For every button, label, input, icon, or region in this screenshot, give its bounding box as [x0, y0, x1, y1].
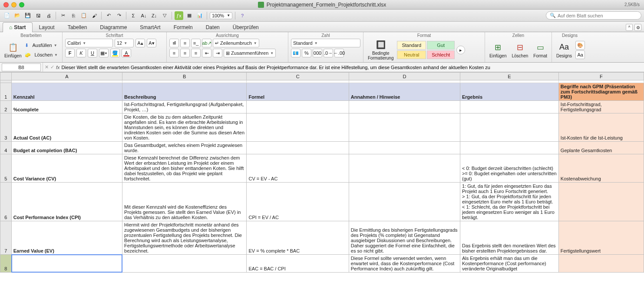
header-cell[interactable]: Formel — [247, 83, 349, 101]
header-cell[interactable]: Annahmen / Hinweise — [349, 83, 460, 101]
font-size-combo[interactable]: 12▼ — [115, 39, 134, 47]
collapse-ribbon-icon[interactable]: ^ — [626, 24, 633, 31]
increase-decimal-icon[interactable]: ←.00 — [334, 49, 344, 57]
row-header[interactable]: 2 — [0, 101, 12, 113]
row-header[interactable]: 5 — [0, 154, 12, 183]
underline-button[interactable]: U — [88, 49, 97, 57]
cell[interactable]: EV = % complete * BAC — [247, 221, 349, 255]
cell[interactable]: Hiermit wird der Projektfortschritt mone… — [122, 221, 247, 255]
sort-desc-icon[interactable]: Z↓ — [150, 11, 159, 20]
currency-icon[interactable]: 💶 — [291, 49, 301, 57]
redo-icon[interactable]: ↷ — [115, 11, 123, 20]
cell[interactable]: Geplante Gesamtkosten — [558, 142, 644, 154]
cell[interactable]: Earned Value (EV) — [11, 221, 122, 255]
row-header[interactable]: 6 — [0, 183, 12, 221]
align-top-icon[interactable]: ≡̄ — [169, 39, 179, 47]
confirm-formula-icon[interactable]: ✓ — [50, 64, 54, 70]
column-header-A[interactable]: A — [11, 73, 122, 80]
show-formulas-icon[interactable]: ▦ — [185, 11, 194, 20]
format-cells-button[interactable]: ▭Format — [532, 41, 549, 59]
tab-diagramme[interactable]: Diagramme — [93, 22, 133, 32]
cell[interactable]: CPI = EV / AC — [247, 183, 349, 221]
tab-daten[interactable]: Daten — [199, 22, 226, 32]
themes-button[interactable]: AaDesigns — [555, 41, 574, 59]
more-styles-icon[interactable]: ▸ — [456, 46, 465, 54]
increase-indent-icon[interactable]: ⇥ — [213, 49, 222, 57]
merge-cells-button[interactable]: ⊞ Zusammenführen▼ — [224, 49, 276, 57]
name-box[interactable]: B8 — [2, 63, 41, 71]
shrink-font-icon[interactable]: A▾ — [147, 39, 156, 47]
style-neutral[interactable]: Neutral — [397, 50, 426, 59]
cell[interactable]: Fertigstellungswert — [558, 221, 644, 255]
cell[interactable]: Cost Performance Index (CPI) — [11, 183, 122, 221]
cell[interactable]: %complete — [11, 101, 122, 113]
percent-icon[interactable]: % — [302, 49, 311, 57]
cell[interactable] — [558, 255, 644, 273]
spreadsheet-grid[interactable]: ABCDEF 1KennzahlBeschreibungFormelAnnahm… — [0, 72, 644, 273]
column-header-C[interactable]: C — [247, 73, 349, 80]
cell[interactable]: Ist-Kosten für die Ist-Leistung — [558, 113, 644, 142]
undo-icon[interactable]: ↶ — [104, 11, 113, 20]
save-as-icon[interactable]: 🖫 — [34, 11, 43, 20]
cell[interactable]: Budget at completion (BAC) — [11, 142, 122, 154]
grow-font-icon[interactable]: A▴ — [135, 39, 145, 47]
cell[interactable]: Das Ergebnis stellt den monetären Wert d… — [460, 221, 558, 255]
cell[interactable] — [460, 142, 558, 154]
align-bottom-icon[interactable]: ≡_ — [191, 39, 201, 47]
column-header-E[interactable]: E — [460, 73, 558, 80]
clear-button[interactable]: 🧽Löschen▼ — [25, 50, 59, 59]
formula-input[interactable] — [62, 65, 642, 70]
cell[interactable] — [122, 255, 247, 273]
comma-icon[interactable]: 000 — [313, 49, 322, 57]
cell[interactable]: Das Gesamtbudget, welches einem Projekt … — [122, 142, 247, 154]
help-icon[interactable]: ? — [238, 11, 247, 20]
row-header[interactable]: 3 — [0, 113, 12, 142]
cell[interactable]: Die Ermittlung des bisherigen Fertigstel… — [349, 221, 460, 255]
cell[interactable]: Die Kosten, die bis zu dem aktuellen Zei… — [122, 113, 247, 142]
paste-button[interactable]: 📋 Einfügen — [3, 41, 23, 59]
row-header[interactable]: 4 — [0, 142, 12, 154]
tab-start[interactable]: ⌂Start — [3, 22, 33, 32]
cell[interactable] — [247, 142, 349, 154]
header-cell[interactable]: Beschreibung — [122, 83, 247, 101]
align-center-icon[interactable]: ≡ — [180, 49, 190, 57]
zoom-control[interactable]: 100%▼ — [210, 12, 232, 19]
cell[interactable]: CV = EV - AC — [247, 154, 349, 183]
sort-asc-icon[interactable]: A↓ — [139, 11, 148, 20]
column-header-D[interactable]: D — [349, 73, 460, 80]
format-painter-icon[interactable]: 🖌 — [90, 11, 99, 20]
tab-smartart[interactable]: SmartArt — [133, 22, 167, 32]
tab-tabellen[interactable]: Tabellen — [61, 22, 94, 32]
cell[interactable]: Kostenabweichung — [558, 154, 644, 183]
cell[interactable] — [349, 154, 460, 183]
cell[interactable] — [460, 101, 558, 113]
new-doc-icon[interactable]: 📄 — [3, 11, 11, 20]
number-format-combo[interactable]: Standard▼ — [291, 39, 360, 47]
cell[interactable] — [11, 255, 122, 273]
cell[interactable]: Diese Kennzahl berechnet die Differenz z… — [122, 154, 247, 183]
column-header-B[interactable]: B — [122, 73, 247, 80]
search-input[interactable] — [558, 13, 637, 18]
filter-icon[interactable]: ▽ — [160, 11, 169, 20]
cell[interactable] — [349, 183, 460, 221]
cell[interactable] — [349, 101, 460, 113]
cell[interactable]: Actual Cost (AC) — [11, 113, 122, 142]
decrease-indent-icon[interactable]: ⇤ — [202, 49, 211, 57]
cell[interactable] — [349, 113, 460, 142]
open-icon[interactable]: 📂 — [13, 11, 22, 20]
fill-color-button[interactable]: 🪣 — [110, 49, 120, 57]
sheet-search[interactable]: 🔍 — [546, 11, 641, 20]
paste-icon[interactable]: 📋 — [79, 11, 88, 20]
cell[interactable]: < 0: Budget derzeit überschritten (schle… — [460, 154, 558, 183]
cell[interactable] — [349, 142, 460, 154]
align-left-icon[interactable]: ≡ — [169, 49, 179, 57]
style-standard[interactable]: Standard — [397, 41, 426, 50]
copy-icon[interactable]: ⎘ — [69, 11, 78, 20]
save-icon[interactable]: 💾 — [23, 11, 32, 20]
cell[interactable]: Ist-Fortschrittsgrad, Fertigstellungsgra… — [122, 101, 247, 113]
delete-cells-button[interactable]: ⊟Löschen — [510, 41, 530, 59]
italic-button[interactable]: K — [76, 49, 86, 57]
header-cell[interactable]: Kennzahl — [11, 83, 122, 101]
cell[interactable]: EAC = BAC / CPI — [247, 255, 349, 273]
cancel-formula-icon[interactable]: ✕ — [45, 64, 49, 70]
